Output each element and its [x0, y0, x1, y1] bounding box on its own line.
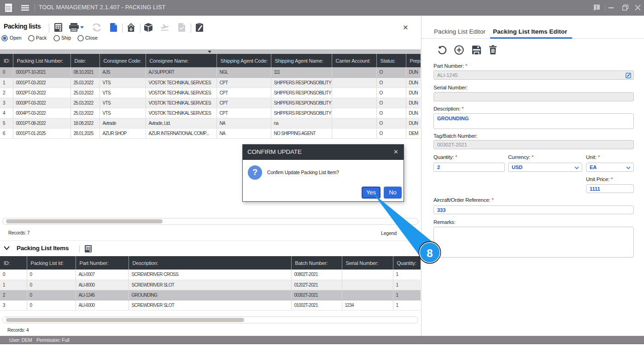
- svg-text:x: x: [59, 28, 62, 32]
- svg-text:x: x: [89, 249, 91, 252]
